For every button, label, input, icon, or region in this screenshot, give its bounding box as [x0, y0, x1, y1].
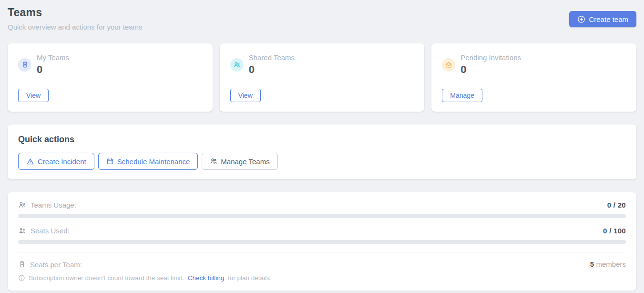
- warning-icon: [26, 157, 34, 166]
- stat-cards-row: My Teams 0 View Shared Teams: [8, 43, 636, 112]
- seats-per-team-row: Seats per Team: 5 members: [18, 260, 626, 269]
- calendar-icon: [106, 157, 114, 165]
- usage-panel: Teams Usage: 0 / 20 Seats Used: 0 / 100: [8, 192, 636, 291]
- create-team-button[interactable]: Create team: [569, 11, 636, 27]
- page-header: Teams Quick overview and actions for you…: [8, 6, 636, 31]
- users-filled-icon: [18, 227, 26, 235]
- teams-usage-left: Teams Usage:: [18, 201, 76, 209]
- check-billing-link[interactable]: Check billing: [188, 274, 225, 282]
- users-outline-icon: [18, 201, 26, 209]
- page-header-text: Teams Quick overview and actions for you…: [8, 6, 143, 31]
- teams-usage-value: 0 / 20: [607, 201, 626, 209]
- badge-icon: [18, 261, 26, 268]
- manage-invitations-button[interactable]: Manage: [442, 89, 482, 102]
- stat-card-value: 0: [37, 63, 69, 76]
- quick-actions-row: Create Incident Schedule Maintenance: [18, 153, 626, 170]
- stat-card-shared-teams: Shared Teams 0 View: [220, 43, 425, 112]
- teams-page: Teams Quick overview and actions for you…: [0, 0, 644, 293]
- quick-actions-title: Quick actions: [18, 135, 626, 145]
- stat-card-top: My Teams 0: [18, 53, 202, 76]
- create-incident-button[interactable]: Create Incident: [18, 153, 94, 170]
- note-text: Subscription owner doesn't count toward …: [29, 274, 272, 282]
- create-incident-label: Create Incident: [38, 157, 86, 166]
- teams-usage-progress-bar: [18, 214, 626, 218]
- stat-card-pending-invitations: Pending Invitations 0 Manage: [431, 43, 636, 112]
- create-team-label: Create team: [589, 15, 628, 23]
- stat-card-label: Shared Teams: [249, 53, 295, 62]
- manage-teams-button[interactable]: Manage Teams: [202, 153, 277, 170]
- stat-card-top: Pending Invitations 0: [442, 53, 626, 76]
- seats-per-team-label: Seats per Team:: [30, 261, 82, 269]
- badge-icon: [18, 58, 31, 72]
- users-icon: [210, 157, 217, 165]
- stat-card-my-teams: My Teams 0 View: [8, 43, 213, 112]
- view-my-teams-button[interactable]: View: [18, 89, 49, 102]
- seats-used-progress-bar: [18, 240, 626, 244]
- seats-used-left: Seats Used:: [18, 227, 70, 235]
- seats-used-value: 0 / 100: [603, 227, 626, 235]
- schedule-maintenance-label: Schedule Maintenance: [117, 157, 190, 166]
- users-icon: [230, 58, 244, 72]
- info-icon: [18, 274, 25, 282]
- seats-per-team-left: Seats per Team:: [18, 261, 82, 269]
- teams-usage-label: Teams Usage:: [31, 201, 76, 209]
- quick-actions-panel: Quick actions Create Incident: [8, 125, 636, 179]
- mail-open-icon: [442, 58, 455, 72]
- schedule-maintenance-button[interactable]: Schedule Maintenance: [98, 153, 198, 170]
- stat-card-top: Shared Teams 0: [230, 53, 414, 76]
- stat-card-value: 0: [249, 63, 295, 76]
- stat-card-meta: Shared Teams 0: [249, 53, 295, 76]
- seat-limit-note: Subscription owner doesn't count toward …: [18, 274, 626, 282]
- seats-used-row: Seats Used: 0 / 100: [18, 227, 626, 235]
- stat-card-value: 0: [460, 63, 521, 76]
- stat-card-label: My Teams: [37, 53, 69, 62]
- stat-card-meta: Pending Invitations 0: [460, 53, 521, 76]
- view-shared-teams-button[interactable]: View: [230, 89, 261, 102]
- page-subtitle: Quick overview and actions for your team…: [8, 23, 143, 31]
- seats-per-team-suffix: members: [596, 260, 626, 268]
- usage-divider: [18, 252, 626, 252]
- page-title: Teams: [8, 6, 143, 19]
- seats-per-team-number: 5: [590, 260, 594, 268]
- plus-circle-icon: [577, 15, 585, 23]
- seats-used-label: Seats Used:: [31, 227, 70, 235]
- note-prefix: Subscription owner doesn't count toward …: [29, 274, 184, 282]
- stat-card-meta: My Teams 0: [37, 53, 69, 76]
- manage-teams-label: Manage Teams: [221, 157, 269, 166]
- teams-usage-row: Teams Usage: 0 / 20: [18, 201, 626, 209]
- seats-per-team-value: 5 members: [590, 260, 626, 269]
- stat-card-label: Pending Invitations: [460, 53, 521, 62]
- note-suffix: for plan details.: [228, 274, 272, 282]
